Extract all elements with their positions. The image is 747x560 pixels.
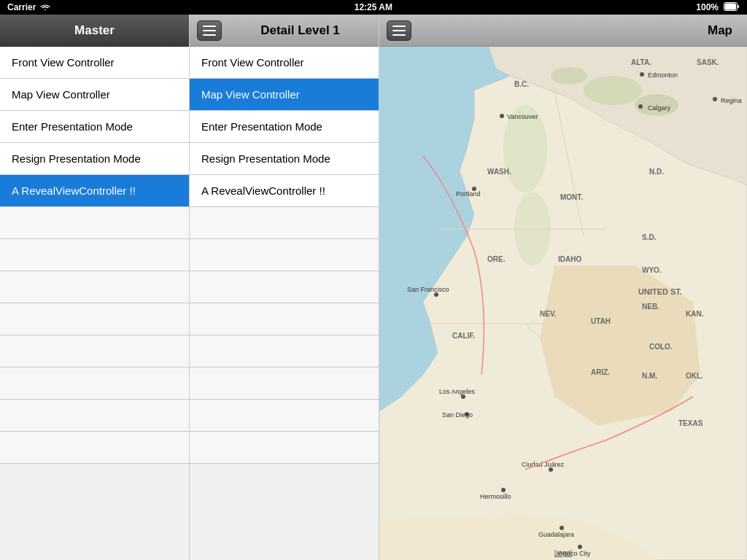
detail1-list-item[interactable] [190,432,379,464]
svg-text:TEXAS: TEXAS [678,419,703,427]
map-hamburger-line-2 [392,30,406,31]
detail1-list-item[interactable]: A RevealViewController !! [190,175,379,207]
master-list-item[interactable] [0,207,189,239]
detail1-list-item[interactable]: Map View Controller [190,79,379,111]
svg-text:Guadalajara: Guadalajara [538,531,574,538]
svg-text:B.C.: B.C. [514,80,529,88]
svg-point-11 [584,76,642,105]
detail1-title: Detail Level 1 [229,23,371,38]
svg-text:Ciudad Juárez: Ciudad Juárez [522,461,565,468]
status-bar: Carrier 12:25 AM 100% [0,0,747,15]
detail1-list: Front View ControllerMap View Controller… [190,47,379,560]
master-list-item[interactable] [0,335,189,368]
map-panel: Map [379,15,747,560]
svg-text:Vancouver: Vancouver [507,113,538,120]
detail1-list-item[interactable] [190,207,379,239]
detail1-list-item[interactable] [190,239,379,271]
svg-text:UTAH: UTAH [591,317,611,325]
detail1-list-item[interactable] [190,335,379,368]
map-hamburger-line-1 [392,26,406,27]
svg-text:OKL.: OKL. [686,372,703,380]
master-title: Master [74,23,115,38]
detail1-list-item[interactable]: Front View Controller [190,47,379,79]
svg-text:SASK.: SASK. [697,58,719,66]
status-right: 100% [696,2,740,13]
master-header: Master [0,15,189,47]
detail1-panel: Detail Level 1 Front View ControllerMap … [190,15,379,560]
svg-text:NEV.: NEV. [540,310,557,318]
svg-text:ARIZ.: ARIZ. [591,368,610,376]
svg-text:UNITED ST.: UNITED ST. [638,287,682,296]
detail1-list-item[interactable]: Enter Presentation Mode [190,111,379,143]
detail1-hamburger-button[interactable] [197,20,222,41]
detail1-list-item[interactable]: Resign Presentation Mode [190,143,379,175]
master-panel: Master Front View ControllerMap View Con… [0,15,190,560]
battery-percentage: 100% [696,2,719,12]
svg-point-40 [578,545,582,549]
detail1-list-item[interactable] [190,271,379,303]
master-list-item[interactable]: Front View Controller [0,47,189,79]
time-display: 12:25 AM [355,2,392,12]
svg-text:CALIF.: CALIF. [452,332,475,340]
map-hamburger-button[interactable] [387,20,411,41]
svg-rect-1 [725,3,737,9]
svg-text:Calgary: Calgary [648,104,671,112]
map-content[interactable]: Vancouver Portland San Francisco Los Ang… [379,47,747,560]
master-list-item[interactable] [0,239,189,271]
svg-point-30 [638,104,643,109]
svg-text:KAN.: KAN. [686,310,704,318]
svg-text:Los Angeles: Los Angeles [439,388,476,395]
master-list-item[interactable]: Enter Presentation Mode [0,111,189,143]
master-list-item[interactable]: A RevealViewController !! [0,175,189,207]
svg-point-28 [640,72,644,77]
master-list-item[interactable] [0,400,189,432]
svg-text:ALTA.: ALTA. [631,58,651,66]
svg-text:N.M.: N.M. [642,372,657,380]
svg-text:Portland: Portland [456,190,481,198]
svg-text:San Francisco: San Francisco [407,286,449,293]
svg-text:Regina: Regina [721,97,742,104]
master-list-item[interactable]: Map View Controller [0,79,189,111]
svg-point-36 [501,488,506,492]
detail1-list-item[interactable] [190,368,379,400]
svg-point-18 [500,114,504,118]
master-list-item[interactable]: Resign Presentation Mode [0,143,189,175]
svg-text:Edmonton: Edmonton [648,71,678,79]
battery-icon [724,2,740,13]
svg-text:NEB.: NEB. [642,303,659,311]
svg-point-15 [514,192,551,265]
map-header: Map [379,15,747,47]
svg-text:San Diego: San Diego [442,411,473,419]
map-legal-text[interactable]: Legal [554,549,572,557]
svg-text:COLO.: COLO. [649,343,673,351]
detail1-header: Detail Level 1 [190,15,379,47]
master-list: Front View ControllerMap View Controller… [0,47,189,560]
detail1-list-item[interactable] [190,303,379,335]
detail1-list-item[interactable] [190,400,379,432]
svg-text:IDAHO: IDAHO [558,255,581,263]
svg-point-13 [551,67,587,85]
hamburger-line-3 [203,34,216,36]
svg-text:MONT.: MONT. [560,193,583,201]
hamburger-line-2 [203,30,216,31]
svg-point-32 [713,97,717,101]
hamburger-line-1 [203,26,216,27]
app-container: Master Front View ControllerMap View Con… [0,15,747,560]
map-visualization: Vancouver Portland San Francisco Los Ang… [379,47,747,560]
map-hamburger-line-3 [392,34,406,36]
map-title: Map [708,23,732,38]
svg-text:Hermosillo: Hermosillo [480,493,511,500]
svg-text:ORE.: ORE. [487,255,506,263]
master-list-item[interactable] [0,271,189,303]
svg-text:S.D.: S.D. [642,233,657,241]
svg-text:WASH.: WASH. [487,168,511,176]
svg-point-38 [560,526,564,530]
carrier-label: Carrier [7,2,36,12]
svg-text:N.D.: N.D. [649,168,664,176]
master-list-item[interactable] [0,368,189,400]
master-list-item[interactable] [0,303,189,335]
status-left: Carrier [7,2,50,13]
master-list-item[interactable] [0,432,189,464]
wifi-icon [40,2,50,13]
svg-text:WYO.: WYO. [642,266,662,274]
